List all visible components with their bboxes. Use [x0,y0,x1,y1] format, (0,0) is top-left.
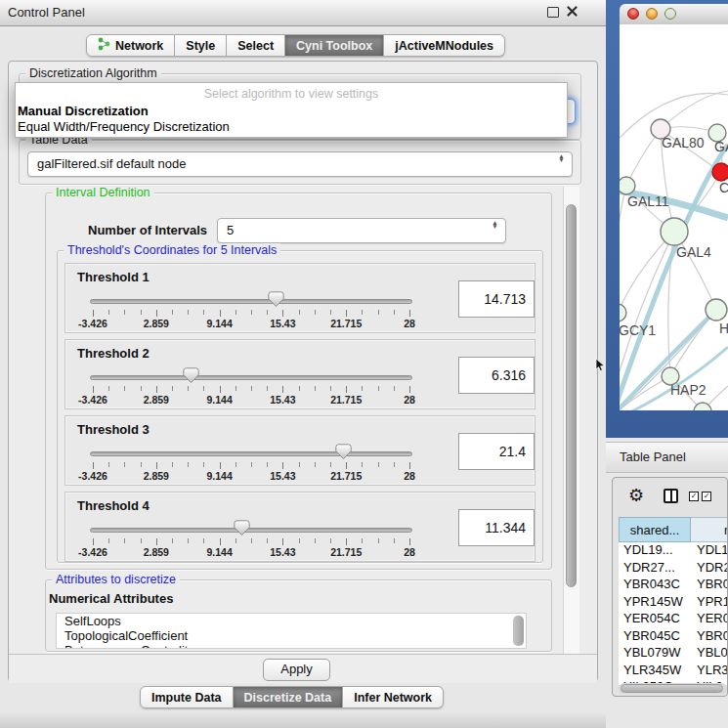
slider-tick [172,538,173,543]
table-rows: YDL19... YDL1YDR27... YDR2YBR043C YBR0YP… [619,542,728,685]
network-edge[interactable] [620,186,626,313]
threshold-value-input[interactable] [458,357,535,394]
zoom-traffic-light-icon[interactable] [664,8,676,20]
number-of-intervals-combobox[interactable]: 5 ▲▼ [217,218,506,243]
tab-style[interactable]: Style [175,34,227,57]
network-node-red-node[interactable] [712,163,728,181]
float-window-icon[interactable] [547,7,559,18]
network-window-titlebar [620,4,728,25]
tab-infer-network[interactable]: Infer Network [343,686,444,708]
slider-tick [409,538,410,545]
close-traffic-light-icon[interactable] [627,8,639,20]
tab-style-label: Style [186,39,215,53]
slider-tick [346,462,347,469]
slider-tick [378,386,379,391]
table-panel-title: Table Panel [620,450,686,464]
cell-shared-name: YER054C [619,611,691,628]
dropdown-option-equal-width[interactable]: Equal Width/Frequency Discretization [18,119,230,134]
column-header-name[interactable]: n [691,517,728,542]
slider-thumb[interactable] [268,291,284,308]
slider-tick [315,310,316,315]
threshold-value-input[interactable] [458,433,535,470]
slider-tick [346,310,347,317]
tab-discretize-data[interactable]: Discretize Data [234,686,344,708]
cell-shared-name: YPR145W [619,594,691,612]
slider-thumb[interactable] [335,444,352,460]
tab-impute-data[interactable]: Impute Data [140,686,234,708]
select-columns-icon-2[interactable]: ✓ [702,492,711,501]
select-columns-icon[interactable]: ✓ [689,492,699,501]
cell-shared-name: YDL19... [619,542,691,560]
slider-tick [124,462,125,467]
slider-tick [330,538,331,543]
slider-tick [188,462,189,467]
slider-tick-label: -3.426 [78,394,107,406]
table-row[interactable]: YER054C YER0 [619,611,728,628]
network-node-GAL11[interactable] [620,177,635,194]
top-tab-bar: Network Style Select Cyni Toolbox jActiv… [86,34,505,57]
slider-track[interactable] [90,375,412,380]
attribute-item[interactable]: SelfLoops [57,614,526,628]
close-icon[interactable] [567,6,578,17]
table-row[interactable]: YDR27... YDR2 [619,560,728,578]
column-header-shared-name[interactable]: shared... [619,517,691,542]
slider-tick-label: 28 [404,470,415,482]
slider-tick [141,462,142,467]
slider-track[interactable] [90,528,412,533]
slider-tick [315,462,316,467]
apply-button[interactable]: Apply [263,659,330,681]
slider-thumb[interactable] [183,367,199,384]
algorithm-dropdown-popup: Select algorithm to view settings Manual… [15,82,568,138]
threshold-label: Threshold 3 [77,422,150,437]
table-data-value: galFiltered.sif default node [37,156,186,171]
attribute-item[interactable]: TopologicalCoefficient [57,628,526,643]
slider-tick-label: 28 [404,394,415,406]
slider-tick [282,538,283,545]
slider-thumb[interactable] [234,520,250,536]
column-layout-icon[interactable] [664,489,678,503]
network-edge[interactable] [661,91,728,129]
cell-name: YBR0 [691,628,728,646]
tab-network[interactable]: Network [86,34,175,57]
attribute-item[interactable]: BetweennessCentrality [57,643,526,649]
numerical-attributes-list[interactable]: SelfLoopsTopologicalCoefficientBetweenne… [56,613,527,649]
slider-track[interactable] [90,451,412,456]
horizontal-scrollbar[interactable] [619,683,727,694]
tab-jactivemnodules[interactable]: jActiveMNodules [384,34,505,57]
network-canvas[interactable]: GAL80GACGAL11GAL4GCY1HHAP2 [620,24,728,410]
table-row[interactable]: YPR145W YPR1 [619,594,728,612]
threshold-value-input[interactable] [458,280,535,318]
combo-arrows-icon: ▲▼ [557,154,566,162]
table-row[interactable]: YLR345W YLR3 [619,663,728,680]
vertical-scrollbar-thumb[interactable] [566,204,577,587]
slider-tick [172,462,173,467]
threshold-value-input[interactable] [458,509,535,546]
network-edge[interactable] [670,310,716,376]
table-row[interactable]: YBL079W YBL0 [619,645,728,663]
slider-tick [108,538,109,543]
tab-impute-data-label: Impute Data [151,691,222,705]
slider-track[interactable] [90,299,412,304]
minimize-traffic-light-icon[interactable] [646,8,658,20]
slider-tick [236,310,236,315]
network-node-H[interactable] [706,299,727,321]
threshold-panel: Threshold 2 -3.4262.8599.14415.4321.7152… [64,339,535,409]
gear-icon[interactable]: ⚙ [628,485,644,506]
network-node-GCY1[interactable] [620,304,626,321]
tab-network-label: Network [115,39,163,53]
table-row[interactable]: YDL19... YDL1 [619,542,728,560]
cell-name: YBR0 [691,577,728,594]
table-row[interactable]: YBR043C YBR0 [619,577,728,594]
network-node-GAL4[interactable] [661,218,688,245]
attributes-list-scrollbar[interactable] [513,616,524,646]
table-row[interactable]: YBR045C YBR0 [619,628,728,646]
slider-tick [156,310,157,317]
tab-cyni-toolbox[interactable]: Cyni Toolbox [285,34,384,57]
dropdown-option-manual[interactable]: Manual Discretization [18,104,149,118]
table-data-combobox[interactable]: galFiltered.sif default node ▲▼ [27,151,573,177]
vertical-scrollbar[interactable] [563,187,579,654]
horizontal-scrollbar-thumb[interactable] [621,684,723,693]
cell-name: YLR3 [691,663,728,680]
tab-select[interactable]: Select [227,34,285,57]
tab-select-label: Select [237,39,274,53]
